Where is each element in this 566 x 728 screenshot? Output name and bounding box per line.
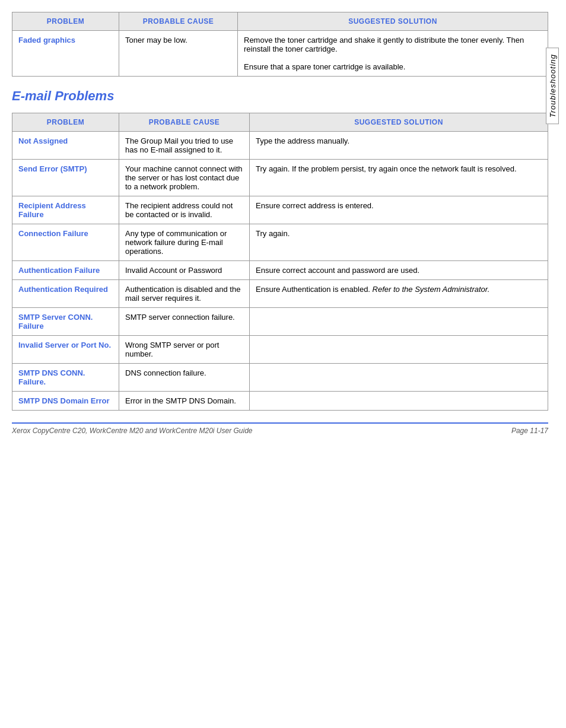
- page-footer: Xerox CopyCentre C20, WorkCentre M20 and…: [12, 422, 548, 435]
- main-header-cause: PROBABLE CAUSE: [119, 113, 250, 132]
- problem-cell: Faded graphics: [12, 31, 119, 77]
- problem-cell: SMTP DNS CONN. Failure.: [12, 364, 119, 392]
- table-row: Recipient Address FailureThe recipient a…: [12, 196, 548, 224]
- solution-cell: Try again.: [250, 224, 548, 261]
- top-header-problem: PROBLEM: [12, 12, 119, 31]
- problem-cell: Authentication Required: [12, 280, 119, 308]
- cause-cell: Wrong SMTP server or port number.: [119, 336, 250, 364]
- problem-cell: Not Assigned: [12, 132, 119, 160]
- solution-cell: Try again. If the problem persist, try a…: [250, 160, 548, 196]
- solution-cell: Ensure Authentication is enabled. Refer …: [250, 280, 548, 308]
- table-row: Invalid Server or Port No.Wrong SMTP ser…: [12, 336, 548, 364]
- section-heading: E-mail Problems: [12, 88, 548, 104]
- top-header-solution: SUGGESTED SOLUTION: [238, 12, 548, 31]
- solution-cell: Type the address manually.: [250, 132, 548, 160]
- footer-left: Xerox CopyCentre C20, WorkCentre M20 and…: [12, 427, 253, 435]
- cause-cell: Error in the SMTP DNS Domain.: [119, 392, 250, 411]
- table-row: Send Error (SMTP)Your machine cannot con…: [12, 160, 548, 196]
- table-row: SMTP Server CONN. FailureSMTP server con…: [12, 308, 548, 336]
- footer-right: Page 11-17: [511, 427, 548, 435]
- cause-cell: SMTP server connection failure.: [119, 308, 250, 336]
- cause-cell: The Group Mail you tried to use has no E…: [119, 132, 250, 160]
- problem-cell: SMTP DNS Domain Error: [12, 392, 119, 411]
- solution-cell: Ensure correct account and password are …: [250, 261, 548, 280]
- main-header-problem: PROBLEM: [12, 113, 119, 132]
- table-row: Connection FailureAny type of communicat…: [12, 224, 548, 261]
- table-row: SMTP DNS Domain ErrorError in the SMTP D…: [12, 392, 548, 411]
- solution-cell: [250, 364, 548, 392]
- page-wrapper: PROBLEM PROBABLE CAUSE SUGGESTED SOLUTIO…: [12, 12, 548, 435]
- problem-cell: Recipient Address Failure: [12, 196, 119, 224]
- solution-cell: [250, 336, 548, 364]
- cause-cell: Your machine cannot connect with the ser…: [119, 160, 250, 196]
- problem-cell: SMTP Server CONN. Failure: [12, 308, 119, 336]
- cause-cell: DNS connection failure.: [119, 364, 250, 392]
- problem-cell: Connection Failure: [12, 224, 119, 261]
- cause-cell: Authentication is disabled and the mail …: [119, 280, 250, 308]
- table-row: SMTP DNS CONN. Failure.DNS connection fa…: [12, 364, 548, 392]
- solution-cell: [250, 308, 548, 336]
- top-header-cause: PROBABLE CAUSE: [119, 12, 238, 31]
- problem-cell: Invalid Server or Port No.: [12, 336, 119, 364]
- solution-cell: Ensure correct address is entered.: [250, 196, 548, 224]
- solution-cell: [250, 392, 548, 411]
- problem-cell: Authentication Failure: [12, 261, 119, 280]
- sidebar-tab: Troubleshooting: [546, 47, 559, 124]
- table-row: Not AssignedThe Group Mail you tried to …: [12, 132, 548, 160]
- table-row: Faded graphics Toner may be low. Remove …: [12, 31, 548, 77]
- table-row: Authentication FailureInvalid Account or…: [12, 261, 548, 280]
- cause-cell: The recipient address could not be conta…: [119, 196, 250, 224]
- cause-cell: Any type of communication or network fai…: [119, 224, 250, 261]
- solution-cell: Remove the toner cartridge and shake it …: [238, 31, 548, 77]
- cause-cell: Invalid Account or Password: [119, 261, 250, 280]
- table-row: Authentication RequiredAuthentication is…: [12, 280, 548, 308]
- cause-cell: Toner may be low.: [119, 31, 238, 77]
- main-table: PROBLEM PROBABLE CAUSE SUGGESTED SOLUTIO…: [12, 113, 548, 411]
- main-header-solution: SUGGESTED SOLUTION: [250, 113, 548, 132]
- problem-cell: Send Error (SMTP): [12, 160, 119, 196]
- top-table: PROBLEM PROBABLE CAUSE SUGGESTED SOLUTIO…: [12, 12, 548, 77]
